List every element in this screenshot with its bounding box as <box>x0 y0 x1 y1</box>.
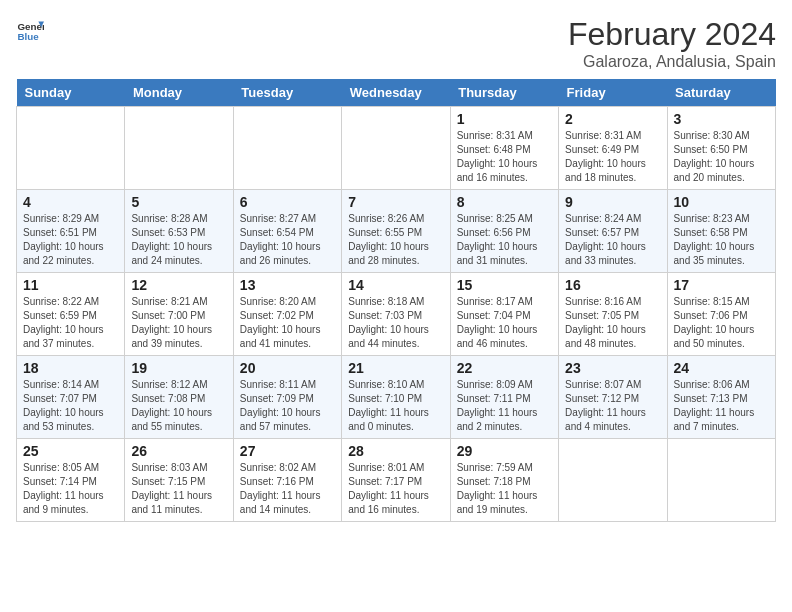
calendar-cell: 7Sunrise: 8:26 AM Sunset: 6:55 PM Daylig… <box>342 190 450 273</box>
calendar-cell: 23Sunrise: 8:07 AM Sunset: 7:12 PM Dayli… <box>559 356 667 439</box>
day-info: Sunrise: 8:22 AM Sunset: 6:59 PM Dayligh… <box>23 295 118 351</box>
day-info: Sunrise: 8:01 AM Sunset: 7:17 PM Dayligh… <box>348 461 443 517</box>
day-info: Sunrise: 8:30 AM Sunset: 6:50 PM Dayligh… <box>674 129 769 185</box>
location-title: Galaroza, Andalusia, Spain <box>568 53 776 71</box>
calendar-cell: 18Sunrise: 8:14 AM Sunset: 7:07 PM Dayli… <box>17 356 125 439</box>
day-number: 3 <box>674 111 769 127</box>
day-info: Sunrise: 8:23 AM Sunset: 6:58 PM Dayligh… <box>674 212 769 268</box>
calendar-cell: 9Sunrise: 8:24 AM Sunset: 6:57 PM Daylig… <box>559 190 667 273</box>
day-info: Sunrise: 8:25 AM Sunset: 6:56 PM Dayligh… <box>457 212 552 268</box>
day-number: 20 <box>240 360 335 376</box>
day-info: Sunrise: 8:14 AM Sunset: 7:07 PM Dayligh… <box>23 378 118 434</box>
day-info: Sunrise: 8:24 AM Sunset: 6:57 PM Dayligh… <box>565 212 660 268</box>
day-number: 18 <box>23 360 118 376</box>
day-info: Sunrise: 8:15 AM Sunset: 7:06 PM Dayligh… <box>674 295 769 351</box>
day-info: Sunrise: 8:20 AM Sunset: 7:02 PM Dayligh… <box>240 295 335 351</box>
calendar-cell <box>233 107 341 190</box>
calendar-cell <box>342 107 450 190</box>
day-of-week-header: Monday <box>125 79 233 107</box>
calendar-cell <box>125 107 233 190</box>
calendar-cell <box>17 107 125 190</box>
day-info: Sunrise: 8:12 AM Sunset: 7:08 PM Dayligh… <box>131 378 226 434</box>
calendar-cell: 20Sunrise: 8:11 AM Sunset: 7:09 PM Dayli… <box>233 356 341 439</box>
calendar-cell: 13Sunrise: 8:20 AM Sunset: 7:02 PM Dayli… <box>233 273 341 356</box>
calendar-cell: 28Sunrise: 8:01 AM Sunset: 7:17 PM Dayli… <box>342 439 450 522</box>
calendar-cell <box>667 439 775 522</box>
calendar-cell: 4Sunrise: 8:29 AM Sunset: 6:51 PM Daylig… <box>17 190 125 273</box>
day-of-week-header: Saturday <box>667 79 775 107</box>
day-number: 14 <box>348 277 443 293</box>
day-number: 4 <box>23 194 118 210</box>
day-number: 10 <box>674 194 769 210</box>
calendar-cell: 11Sunrise: 8:22 AM Sunset: 6:59 PM Dayli… <box>17 273 125 356</box>
day-info: Sunrise: 8:17 AM Sunset: 7:04 PM Dayligh… <box>457 295 552 351</box>
day-number: 26 <box>131 443 226 459</box>
day-number: 25 <box>23 443 118 459</box>
logo: General Blue <box>16 16 44 44</box>
day-info: Sunrise: 8:18 AM Sunset: 7:03 PM Dayligh… <box>348 295 443 351</box>
calendar-week-row: 1Sunrise: 8:31 AM Sunset: 6:48 PM Daylig… <box>17 107 776 190</box>
calendar-header-row: SundayMondayTuesdayWednesdayThursdayFrid… <box>17 79 776 107</box>
day-number: 6 <box>240 194 335 210</box>
day-number: 5 <box>131 194 226 210</box>
day-info: Sunrise: 8:29 AM Sunset: 6:51 PM Dayligh… <box>23 212 118 268</box>
day-number: 12 <box>131 277 226 293</box>
day-info: Sunrise: 8:28 AM Sunset: 6:53 PM Dayligh… <box>131 212 226 268</box>
day-number: 17 <box>674 277 769 293</box>
calendar-body: 1Sunrise: 8:31 AM Sunset: 6:48 PM Daylig… <box>17 107 776 522</box>
calendar-table: SundayMondayTuesdayWednesdayThursdayFrid… <box>16 79 776 522</box>
calendar-cell: 17Sunrise: 8:15 AM Sunset: 7:06 PM Dayli… <box>667 273 775 356</box>
day-number: 19 <box>131 360 226 376</box>
day-info: Sunrise: 8:05 AM Sunset: 7:14 PM Dayligh… <box>23 461 118 517</box>
calendar-cell: 8Sunrise: 8:25 AM Sunset: 6:56 PM Daylig… <box>450 190 558 273</box>
calendar-week-row: 18Sunrise: 8:14 AM Sunset: 7:07 PM Dayli… <box>17 356 776 439</box>
calendar-cell: 1Sunrise: 8:31 AM Sunset: 6:48 PM Daylig… <box>450 107 558 190</box>
calendar-cell: 16Sunrise: 8:16 AM Sunset: 7:05 PM Dayli… <box>559 273 667 356</box>
day-info: Sunrise: 8:02 AM Sunset: 7:16 PM Dayligh… <box>240 461 335 517</box>
calendar-cell: 5Sunrise: 8:28 AM Sunset: 6:53 PM Daylig… <box>125 190 233 273</box>
day-info: Sunrise: 8:03 AM Sunset: 7:15 PM Dayligh… <box>131 461 226 517</box>
calendar-cell: 6Sunrise: 8:27 AM Sunset: 6:54 PM Daylig… <box>233 190 341 273</box>
day-number: 29 <box>457 443 552 459</box>
day-number: 9 <box>565 194 660 210</box>
day-number: 16 <box>565 277 660 293</box>
day-info: Sunrise: 8:11 AM Sunset: 7:09 PM Dayligh… <box>240 378 335 434</box>
day-info: Sunrise: 8:31 AM Sunset: 6:48 PM Dayligh… <box>457 129 552 185</box>
day-number: 28 <box>348 443 443 459</box>
day-number: 8 <box>457 194 552 210</box>
title-area: February 2024 Galaroza, Andalusia, Spain <box>568 16 776 71</box>
day-number: 1 <box>457 111 552 127</box>
calendar-cell: 25Sunrise: 8:05 AM Sunset: 7:14 PM Dayli… <box>17 439 125 522</box>
calendar-cell: 29Sunrise: 7:59 AM Sunset: 7:18 PM Dayli… <box>450 439 558 522</box>
day-info: Sunrise: 8:31 AM Sunset: 6:49 PM Dayligh… <box>565 129 660 185</box>
day-info: Sunrise: 8:16 AM Sunset: 7:05 PM Dayligh… <box>565 295 660 351</box>
day-info: Sunrise: 8:10 AM Sunset: 7:10 PM Dayligh… <box>348 378 443 434</box>
day-of-week-header: Wednesday <box>342 79 450 107</box>
day-number: 13 <box>240 277 335 293</box>
calendar-cell: 21Sunrise: 8:10 AM Sunset: 7:10 PM Dayli… <box>342 356 450 439</box>
day-number: 2 <box>565 111 660 127</box>
calendar-cell: 27Sunrise: 8:02 AM Sunset: 7:16 PM Dayli… <box>233 439 341 522</box>
day-of-week-header: Sunday <box>17 79 125 107</box>
page-header: General Blue February 2024 Galaroza, And… <box>16 16 776 71</box>
day-number: 24 <box>674 360 769 376</box>
logo-icon: General Blue <box>16 16 44 44</box>
calendar-cell: 14Sunrise: 8:18 AM Sunset: 7:03 PM Dayli… <box>342 273 450 356</box>
calendar-cell: 15Sunrise: 8:17 AM Sunset: 7:04 PM Dayli… <box>450 273 558 356</box>
day-info: Sunrise: 8:09 AM Sunset: 7:11 PM Dayligh… <box>457 378 552 434</box>
calendar-week-row: 11Sunrise: 8:22 AM Sunset: 6:59 PM Dayli… <box>17 273 776 356</box>
day-info: Sunrise: 8:21 AM Sunset: 7:00 PM Dayligh… <box>131 295 226 351</box>
day-number: 23 <box>565 360 660 376</box>
day-number: 15 <box>457 277 552 293</box>
day-of-week-header: Tuesday <box>233 79 341 107</box>
day-number: 27 <box>240 443 335 459</box>
day-info: Sunrise: 8:07 AM Sunset: 7:12 PM Dayligh… <box>565 378 660 434</box>
day-info: Sunrise: 8:26 AM Sunset: 6:55 PM Dayligh… <box>348 212 443 268</box>
calendar-cell: 22Sunrise: 8:09 AM Sunset: 7:11 PM Dayli… <box>450 356 558 439</box>
day-number: 7 <box>348 194 443 210</box>
calendar-week-row: 25Sunrise: 8:05 AM Sunset: 7:14 PM Dayli… <box>17 439 776 522</box>
day-info: Sunrise: 7:59 AM Sunset: 7:18 PM Dayligh… <box>457 461 552 517</box>
calendar-cell: 3Sunrise: 8:30 AM Sunset: 6:50 PM Daylig… <box>667 107 775 190</box>
day-info: Sunrise: 8:27 AM Sunset: 6:54 PM Dayligh… <box>240 212 335 268</box>
day-number: 21 <box>348 360 443 376</box>
